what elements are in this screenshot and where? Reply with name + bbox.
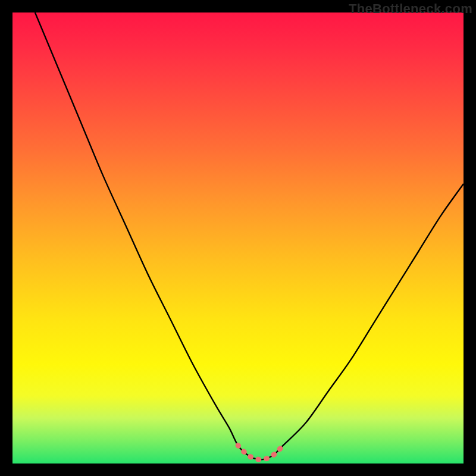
curve-path <box>35 12 464 459</box>
watermark: TheBottleneck.com <box>349 1 472 17</box>
plot-area <box>12 12 464 464</box>
bottleneck-curve <box>12 12 464 464</box>
chart-container: TheBottleneck.com <box>0 0 476 476</box>
